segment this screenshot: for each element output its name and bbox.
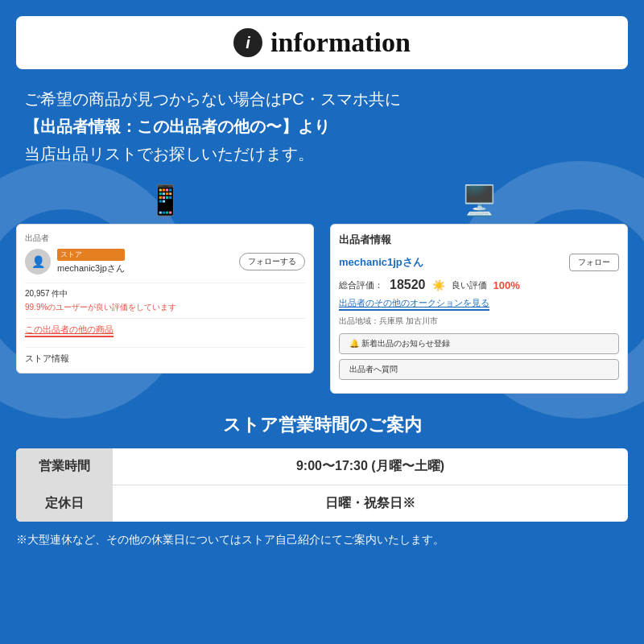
info-icon: i (233, 28, 262, 57)
rating-positive-label: 良い評価 (452, 279, 487, 291)
seller-name-block: ストア mechanic3jpさん (57, 249, 125, 275)
mobile-seller-info: 👤 ストア mechanic3jpさん (25, 249, 125, 275)
seller-avatar: 👤 (25, 249, 51, 275)
rating-percentage: 100% (493, 279, 520, 291)
pc-seller-name: mechanic1jpさん (339, 255, 423, 270)
pc-device-icon: 🖥️ (461, 184, 497, 217)
mobile-screenshot: 出品者 👤 ストア mechanic3jpさん フォローする 20,957 件中… (16, 224, 314, 374)
header-box: i information (16, 16, 628, 69)
other-items-link[interactable]: この出品者の他の商品 (25, 324, 114, 337)
hours-note: ※大型連休など、その他の休業日についてはストア自己紹介にてご案内いたします。 (16, 533, 628, 547)
divider2 (25, 318, 305, 319)
hours-value-2: 日曜・祝祭日※ (113, 485, 628, 522)
header-title: information (270, 27, 411, 58)
positive-rate: 99.9%のユーザーが良い評価をしています (25, 302, 305, 313)
main-text-block: ご希望の商品が見つからない場合はPC・スマホ共に 【出品者情報：この出品者の他の… (16, 85, 628, 167)
pc-section-title: 出品者情報 (339, 233, 619, 247)
mobile-seller-name: mechanic3jpさん (57, 263, 125, 273)
pc-seller-row: mechanic1jpさん フォロー (339, 254, 619, 271)
question-btn[interactable]: 出品者へ質問 (339, 359, 619, 380)
pc-screenshot: 出品者情報 mechanic1jpさん フォロー 総合評価： 18520 ☀️ … (330, 224, 628, 394)
hours-row-2: 定休日 日曜・祝祭日※ (16, 485, 628, 522)
new-items-btn[interactable]: 🔔 新着出品のお知らせ登録 (339, 333, 619, 354)
mobile-device-icon: 📱 (147, 184, 184, 217)
store-info-link[interactable]: ストア情報 (25, 353, 305, 365)
hours-section: ストア営業時間のご案内 営業時間 9:00〜17:30 (月曜〜土曜) 定休日 … (16, 413, 628, 547)
mobile-seller-row: 👤 ストア mechanic3jpさん フォローする (25, 249, 305, 275)
rating-label: 総合評価： (339, 279, 383, 291)
rating-row: 総合評価： 18520 ☀️ 良い評価 100% (339, 278, 619, 292)
main-text-line3: 当店出品リストでお探しいただけます。 (24, 140, 620, 167)
hours-row-1: 営業時間 9:00〜17:30 (月曜〜土曜) (16, 448, 628, 485)
main-text-line2: 【出品者情報：この出品者の他の〜】より (24, 113, 620, 140)
item-count: 20,957 件中 (25, 288, 305, 299)
pc-col: 🖥️ 出品者情報 mechanic1jpさん フォロー 総合評価： 18520 … (330, 184, 628, 394)
screenshots-row: 📱 出品者 👤 ストア mechanic3jpさん フォローする 20,957 … (16, 184, 628, 394)
seller-section-label: 出品者 (25, 233, 305, 244)
hours-value-1: 9:00〜17:30 (月曜〜土曜) (113, 448, 628, 485)
auction-link[interactable]: 出品者のその他のオークションを見る (339, 297, 489, 311)
mobile-col: 📱 出品者 👤 ストア mechanic3jpさん フォローする 20,957 … (16, 184, 314, 374)
main-text-line1: ご希望の商品が見つからない場合はPC・スマホ共に (24, 85, 620, 113)
hours-label-2: 定休日 (16, 485, 113, 522)
pc-follow-button[interactable]: フォロー (569, 254, 619, 271)
hours-table: 営業時間 9:00〜17:30 (月曜〜土曜) 定休日 日曜・祝祭日※ (16, 448, 628, 522)
mobile-follow-button[interactable]: フォローする (239, 253, 305, 270)
rating-score: 18520 (390, 278, 426, 292)
store-badge: ストア (57, 249, 125, 261)
location-row: 出品地域：兵庫県 加古川市 (339, 316, 619, 327)
hours-label-1: 営業時間 (16, 448, 113, 485)
hours-title: ストア営業時間のご案内 (16, 413, 628, 437)
divider3 (25, 347, 305, 348)
rating-positive-icon: ☀️ (432, 279, 445, 291)
divider1 (25, 283, 305, 283)
